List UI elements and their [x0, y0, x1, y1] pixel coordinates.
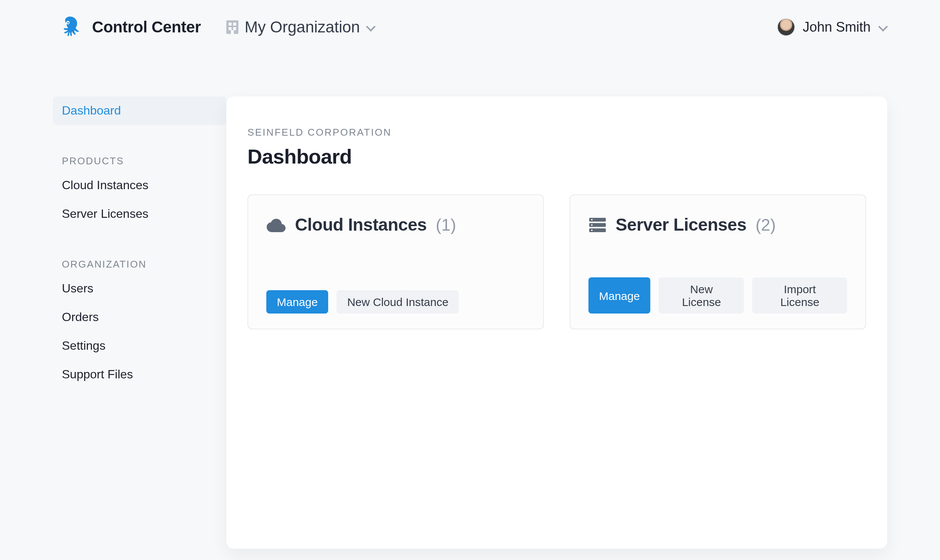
sidebar-item-settings[interactable]: Settings — [53, 332, 226, 360]
org-switcher-label: My Organization — [244, 18, 360, 36]
new-cloud-instance-button[interactable]: New Cloud Instance — [336, 290, 459, 314]
manage-button[interactable]: Manage — [266, 290, 328, 314]
sidebar-item-support-files[interactable]: Support Files — [53, 360, 226, 389]
import-license-button[interactable]: Import License — [753, 277, 847, 314]
svg-point-5 — [591, 218, 593, 220]
sidebar-item-server-licenses[interactable]: Server Licenses — [53, 200, 226, 228]
org-switcher[interactable]: My Organization — [226, 18, 375, 36]
svg-point-6 — [591, 224, 593, 225]
octopus-logo-icon — [59, 15, 82, 39]
app-header: Control Center My Organization John Smit… — [0, 0, 940, 54]
card-title: Server Licenses — [616, 215, 747, 235]
card-cloud-instances: Cloud Instances (1) Manage New Cloud Ins… — [247, 194, 544, 329]
brand[interactable]: Control Center — [59, 15, 201, 39]
sidebar-item-label: Dashboard — [62, 104, 121, 117]
sidebar-item-label: Users — [62, 282, 94, 295]
card-count: (2) — [756, 215, 776, 235]
sidebar-item-dashboard[interactable]: Dashboard — [53, 97, 226, 125]
card-count: (1) — [436, 215, 456, 235]
sidebar-heading: ORGANIZATION — [53, 251, 226, 274]
new-license-button[interactable]: New License — [659, 277, 744, 314]
card-title: Cloud Instances — [295, 215, 427, 235]
chevron-down-icon — [878, 23, 887, 32]
sidebar-item-label: Settings — [62, 339, 106, 352]
sidebar-item-users[interactable]: Users — [53, 274, 226, 303]
sidebar: Dashboard PRODUCTS Cloud Instances Serve… — [53, 54, 226, 389]
sidebar-item-label: Server Licenses — [62, 207, 148, 220]
page-title: Dashboard — [247, 145, 866, 169]
dashboard-cards: Cloud Instances (1) Manage New Cloud Ins… — [247, 194, 866, 329]
chevron-down-icon — [366, 23, 375, 32]
sidebar-item-label: Orders — [62, 311, 99, 323]
manage-button[interactable]: Manage — [588, 277, 650, 314]
card-header: Server Licenses (2) — [588, 215, 847, 235]
building-icon — [226, 20, 238, 34]
sidebar-group-organization: ORGANIZATION Users Orders Settings Suppo… — [53, 251, 226, 389]
avatar — [777, 18, 795, 36]
main-panel: SEINFELD CORPORATION Dashboard Cloud Ins… — [226, 97, 887, 549]
user-menu[interactable]: John Smith — [777, 18, 887, 36]
svg-point-1 — [67, 22, 69, 23]
card-server-licenses: Server Licenses (2) Manage New License I… — [570, 194, 866, 329]
card-actions: Manage New Cloud Instance — [266, 290, 525, 314]
sidebar-item-cloud-instances[interactable]: Cloud Instances — [53, 171, 226, 200]
svg-point-7 — [591, 229, 593, 231]
card-actions: Manage New License Import License — [588, 277, 847, 314]
sidebar-item-label: Cloud Instances — [62, 178, 148, 191]
sidebar-item-orders[interactable]: Orders — [53, 303, 226, 332]
org-eyebrow: SEINFELD CORPORATION — [247, 127, 866, 138]
cloud-icon — [266, 217, 286, 232]
sidebar-item-label: Support Files — [62, 368, 133, 381]
server-icon — [588, 217, 607, 233]
brand-title: Control Center — [92, 18, 201, 36]
card-header: Cloud Instances (1) — [266, 215, 525, 235]
user-name: John Smith — [803, 19, 871, 35]
sidebar-heading: PRODUCTS — [53, 148, 226, 171]
sidebar-group-products: PRODUCTS Cloud Instances Server Licenses — [53, 148, 226, 228]
